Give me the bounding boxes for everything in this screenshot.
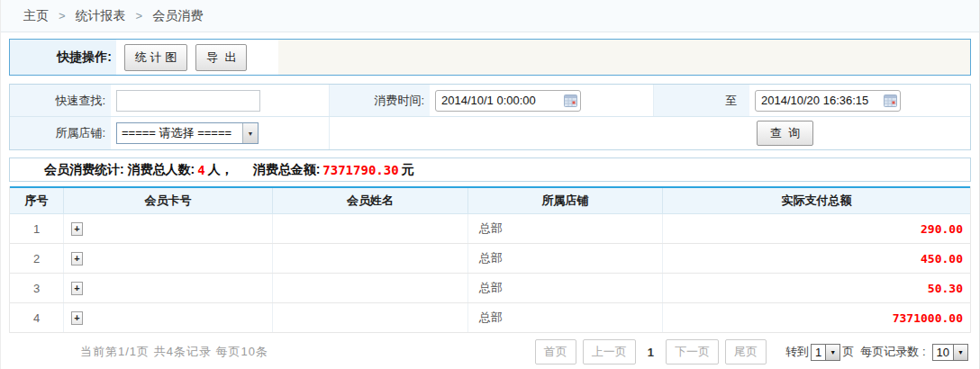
goto-suffix: 页 bbox=[842, 344, 854, 360]
header-paid-total: 实际支付总额 bbox=[663, 188, 970, 213]
row-member-name bbox=[273, 244, 468, 273]
pagination: 首页 上一页 1 下一页 尾页 转到 1 ▼ 页 每页记录数 : 10 ▼ bbox=[535, 339, 968, 364]
quick-actions-buttons: 统 计 图 导 出 bbox=[116, 40, 278, 75]
table-row: 4+总部7371000.00 bbox=[10, 303, 970, 333]
consumption-table: 序号 会员卡号 会员姓名 所属店铺 实际支付总额 1+总部290.002+总部4… bbox=[9, 186, 971, 333]
breadcrumb-item-member-consumption[interactable]: 会员消费 bbox=[152, 8, 203, 24]
row-paid-total: 50.30 bbox=[663, 274, 970, 302]
page-summary: 当前第1/1页 共4条记录 每页10条 bbox=[80, 344, 268, 360]
quick-actions-label: 快捷操作: bbox=[10, 40, 116, 75]
row-card-number: + bbox=[64, 214, 273, 243]
store-select[interactable]: ===== 请选择 ===== ▼ bbox=[116, 122, 259, 144]
header-member-name: 会员姓名 bbox=[273, 188, 468, 213]
row-index: 1 bbox=[10, 214, 64, 243]
row-store: 总部 bbox=[468, 244, 663, 273]
stats-label-count: 会员消费统计: 消费总人数: bbox=[44, 162, 195, 178]
breadcrumb-item-home[interactable]: 主页 bbox=[23, 8, 49, 24]
date-from-value: 2014/10/1 0:00:00 bbox=[441, 94, 536, 107]
date-to-value: 2014/10/20 16:36:15 bbox=[761, 94, 868, 107]
expand-icon[interactable]: + bbox=[71, 252, 83, 266]
row-card-number: + bbox=[64, 274, 273, 302]
goto-page-value: 1 bbox=[812, 345, 825, 360]
store-label: 所属店铺: bbox=[10, 117, 111, 149]
breadcrumb: 主页 > 统计报表 > 会员消费 bbox=[1, 0, 979, 32]
search-button[interactable]: 查 询 bbox=[757, 121, 813, 146]
filter-panel: 快速查找: 消费时间: 2014/10/1 0:00:00 bbox=[9, 84, 971, 150]
table-body: 1+总部290.002+总部450.003+总部50.304+总部7371000… bbox=[10, 214, 970, 333]
pagesize-value: 10 bbox=[933, 345, 953, 360]
date-from-input[interactable]: 2014/10/1 0:00:00 bbox=[435, 90, 581, 112]
to-label: 至 bbox=[654, 85, 749, 116]
table-row: 3+总部50.30 bbox=[10, 274, 970, 303]
current-page-number: 1 bbox=[648, 346, 654, 359]
breadcrumb-separator: > bbox=[59, 9, 66, 22]
filter-row-1: 快速查找: 消费时间: 2014/10/1 0:00:00 bbox=[10, 85, 970, 117]
row-paid-total: 7371000.00 bbox=[663, 303, 970, 332]
filter-row-2: 所属店铺: ===== 请选择 ===== ▼ 查 询 bbox=[10, 117, 970, 149]
row-index: 4 bbox=[10, 303, 64, 332]
row-member-name bbox=[273, 214, 468, 243]
chart-button[interactable]: 统 计 图 bbox=[124, 44, 187, 71]
stats-count-value: 4 bbox=[195, 163, 207, 177]
table-row: 1+总部290.00 bbox=[10, 214, 970, 244]
next-page-button[interactable]: 下一页 bbox=[666, 339, 719, 364]
row-store: 总部 bbox=[468, 303, 663, 332]
goto-page-select[interactable]: 1 ▼ bbox=[811, 344, 840, 361]
quick-search-input[interactable] bbox=[116, 90, 260, 112]
expand-icon[interactable]: + bbox=[71, 222, 83, 236]
row-member-name bbox=[273, 303, 468, 332]
row-member-name bbox=[273, 274, 468, 302]
stats-bar: 会员消费统计: 消费总人数: 4 人， 消费总金额: 7371790.30 元 bbox=[9, 158, 971, 182]
store-select-value: ===== 请选择 ===== bbox=[117, 123, 242, 143]
stats-count-suffix: 人， bbox=[208, 162, 233, 178]
row-store: 总部 bbox=[468, 214, 663, 243]
table-row: 2+总部450.00 bbox=[10, 244, 970, 274]
stats-label-amount: 消费总金额: bbox=[253, 162, 321, 178]
row-index: 3 bbox=[10, 274, 64, 302]
chevron-down-icon: ▼ bbox=[825, 345, 839, 360]
table-header: 序号 会员卡号 会员姓名 所属店铺 实际支付总额 bbox=[10, 186, 970, 214]
row-paid-total: 290.00 bbox=[663, 214, 970, 243]
calendar-icon[interactable] bbox=[884, 94, 897, 107]
chevron-down-icon: ▼ bbox=[953, 345, 967, 360]
expand-icon[interactable]: + bbox=[71, 282, 83, 295]
row-index: 2 bbox=[10, 244, 64, 273]
row-card-number: + bbox=[64, 303, 273, 332]
chevron-down-icon: ▼ bbox=[242, 123, 258, 143]
stats-amount-suffix: 元 bbox=[402, 162, 414, 178]
row-store: 总部 bbox=[468, 274, 663, 302]
stats-amount-value: 7371790.30 bbox=[320, 163, 401, 177]
calendar-icon[interactable] bbox=[564, 94, 577, 107]
breadcrumb-item-reports[interactable]: 统计报表 bbox=[76, 8, 126, 24]
header-card-number: 会员卡号 bbox=[64, 188, 273, 213]
footer-bar: 当前第1/1页 共4条记录 每页10条 首页 上一页 1 下一页 尾页 转到 1… bbox=[1, 333, 979, 369]
date-to-input[interactable]: 2014/10/20 16:36:15 bbox=[755, 90, 901, 112]
last-page-button[interactable]: 尾页 bbox=[725, 339, 767, 364]
prev-page-button[interactable]: 上一页 bbox=[583, 339, 636, 364]
header-index: 序号 bbox=[10, 188, 64, 213]
breadcrumb-separator: > bbox=[136, 9, 143, 22]
quick-search-label: 快速查找: bbox=[10, 85, 111, 116]
quick-actions-bar: 快捷操作: 统 计 图 导 出 bbox=[9, 39, 971, 76]
first-page-button[interactable]: 首页 bbox=[535, 339, 576, 364]
row-paid-total: 450.00 bbox=[663, 244, 970, 273]
expand-icon[interactable]: + bbox=[71, 311, 83, 325]
pagesize-select[interactable]: 10 ▼ bbox=[932, 344, 968, 361]
pagesize-label: 每页记录数 : bbox=[860, 344, 925, 360]
row-card-number: + bbox=[64, 244, 273, 273]
consume-time-label: 消费时间: bbox=[330, 85, 430, 116]
export-button[interactable]: 导 出 bbox=[195, 44, 247, 71]
header-store: 所属店铺 bbox=[468, 188, 663, 213]
goto-label: 转到 bbox=[785, 344, 809, 360]
